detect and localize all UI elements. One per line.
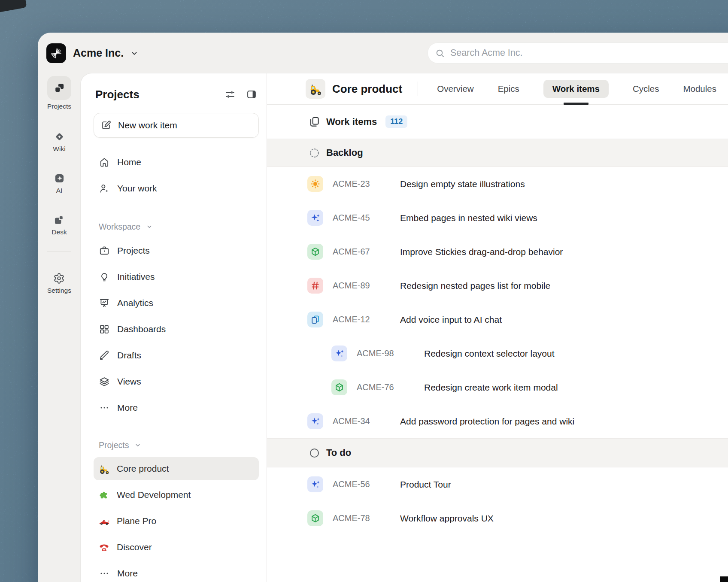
cube-icon (331, 379, 347, 395)
project-tabs: Overview Epics Work items Cycles Modules (437, 80, 716, 98)
work-item-title: Product Tour (400, 479, 451, 490)
sidebar-project-discover[interactable]: Discover (94, 534, 259, 560)
sidebar-item-analytics[interactable]: Analytics (94, 290, 259, 316)
work-item-title: Redesign context selector layout (424, 349, 555, 359)
work-item-row[interactable]: ACME-34 Add password protection for page… (267, 404, 728, 438)
projects-icon[interactable] (47, 76, 71, 100)
chevron-down-icon (130, 48, 139, 58)
sidebar-project-core-product[interactable]: Core product (94, 457, 259, 480)
section-label: Projects (99, 440, 129, 450)
main-panel: Core product Overview Epics Work items C… (267, 73, 728, 582)
pen-icon (99, 350, 110, 361)
tab-cycles[interactable]: Cycles (633, 84, 659, 94)
cube-icon (307, 244, 323, 260)
section-label: Workspace (99, 222, 140, 232)
sidebar-item-home[interactable]: Home (94, 149, 259, 175)
sidebar-project-plane-pro[interactable]: Plane Pro (94, 508, 259, 534)
gear-icon (53, 273, 65, 284)
sidebar-item-label: Projects (117, 246, 150, 256)
new-work-item-label: New work item (118, 120, 177, 130)
section-header-workspace[interactable]: Workspace (94, 216, 259, 237)
work-items-summary: Work items 112 (267, 105, 728, 139)
sidebar-item-label: Analytics (117, 298, 153, 308)
tractor-icon (99, 464, 109, 474)
tab-modules[interactable]: Modules (683, 84, 716, 94)
work-items-label: Work items (326, 116, 377, 127)
sidebar-title: Projects (95, 88, 140, 101)
group-header-backlog[interactable]: Backlog (267, 139, 728, 167)
sidebar-item-label: Wed Development (117, 490, 191, 500)
sidebar-item-views[interactable]: Views (94, 368, 259, 394)
lightbulb-icon (99, 271, 110, 282)
sidebar-item-projects[interactable]: Projects (94, 237, 259, 264)
work-item-title: Improve Stickies drag-and-drop behavior (400, 247, 563, 257)
work-items-icon (309, 116, 320, 127)
rail-item-projects[interactable]: Projects (47, 76, 71, 110)
work-item-row[interactable]: ACME-45 Embed pages in nested wiki views (267, 201, 728, 235)
work-item-row[interactable]: ACME-23 Design empty state illustrations (267, 167, 728, 201)
work-item-row-sub[interactable]: ACME-98 Redesign context selector layout (267, 336, 728, 370)
work-item-row[interactable]: ACME-56 Product Tour (267, 467, 728, 501)
work-item-id: ACME-34 (333, 416, 400, 426)
sidebar-item-more[interactable]: More (94, 394, 259, 421)
work-item-row-sub[interactable]: ACME-76 Redesign create work item modal (267, 370, 728, 404)
work-item-id: ACME-45 (333, 213, 400, 223)
sidebar-item-label: Core product (117, 464, 169, 474)
work-item-title: Add voice input to AI chat (400, 315, 502, 325)
search-icon (435, 48, 445, 58)
sidebar-item-initiatives[interactable]: Initiatives (94, 264, 259, 290)
grid-icon (99, 324, 110, 335)
rail-item-ai[interactable]: AI (54, 173, 65, 194)
section-header-projects[interactable]: Projects (94, 434, 259, 456)
sliders-icon[interactable] (224, 89, 236, 100)
rail-label: Desk (52, 228, 67, 236)
sidebar-item-your-work[interactable]: Your work (94, 175, 259, 201)
tab-work-items[interactable]: Work items (543, 80, 609, 98)
copies-icon (307, 312, 323, 327)
work-item-row[interactable]: ACME-89 Redesign nested pages list for m… (267, 269, 728, 303)
work-item-row[interactable]: ACME-12 Add voice input to AI chat (267, 303, 728, 336)
ellipsis-icon (99, 402, 110, 413)
sidebar-item-label: Drafts (117, 350, 141, 361)
tractor-icon (309, 82, 322, 95)
rail-item-desk[interactable]: Desk (52, 214, 67, 236)
sidebar-item-drafts[interactable]: Drafts (94, 342, 259, 368)
rail-label: Projects (47, 103, 71, 110)
presentation-chart-icon (99, 297, 110, 309)
search-input[interactable] (449, 47, 692, 59)
sidebar-item-label: Discover (117, 542, 152, 552)
rail-item-wiki[interactable]: Wiki (53, 131, 65, 153)
page-title: Core product (332, 82, 402, 96)
sidebar-item-label: More (117, 568, 138, 579)
sparkles-icon (307, 476, 323, 492)
layers-icon (99, 376, 110, 387)
briefcase-icon (99, 245, 110, 256)
work-item-row[interactable]: ACME-78 Workflow approvals UX (267, 501, 728, 535)
home-icon (99, 157, 110, 168)
workspace-switcher[interactable]: Acme Inc. (46, 43, 139, 63)
panel-toggle-icon[interactable] (246, 89, 257, 100)
new-work-item-button[interactable]: New work item (94, 113, 259, 138)
content-panel: Projects New work item Home (81, 73, 728, 582)
sidebar-project-more[interactable]: More (94, 560, 259, 582)
project-sidebar: Projects New work item Home (81, 73, 267, 582)
work-items-count-badge: 112 (385, 115, 407, 128)
tab-epics[interactable]: Epics (498, 84, 519, 94)
group-header-todo[interactable]: To do (267, 438, 728, 467)
sidebar-item-dashboards[interactable]: Dashboards (94, 316, 259, 342)
tab-overview[interactable]: Overview (437, 84, 473, 94)
sidebar-item-label: Your work (117, 183, 157, 194)
chevron-down-icon (146, 223, 153, 230)
work-item-row[interactable]: ACME-67 Improve Stickies drag-and-drop b… (267, 235, 728, 269)
work-item-title: Redesign nested pages list for mobile (400, 281, 550, 291)
sidebar-item-label: Home (117, 157, 141, 167)
todo-state-icon (309, 447, 320, 459)
rail-item-settings[interactable]: Settings (47, 273, 71, 294)
search-bar[interactable] (428, 42, 728, 64)
telephone-icon (99, 542, 109, 552)
workspace-logo-icon (46, 43, 66, 63)
work-item-id: ACME-12 (333, 315, 400, 324)
chevron-down-icon (134, 441, 142, 449)
work-item-title: Redesign create work item modal (424, 382, 558, 393)
sidebar-project-wed-development[interactable]: Wed Development (94, 482, 259, 508)
